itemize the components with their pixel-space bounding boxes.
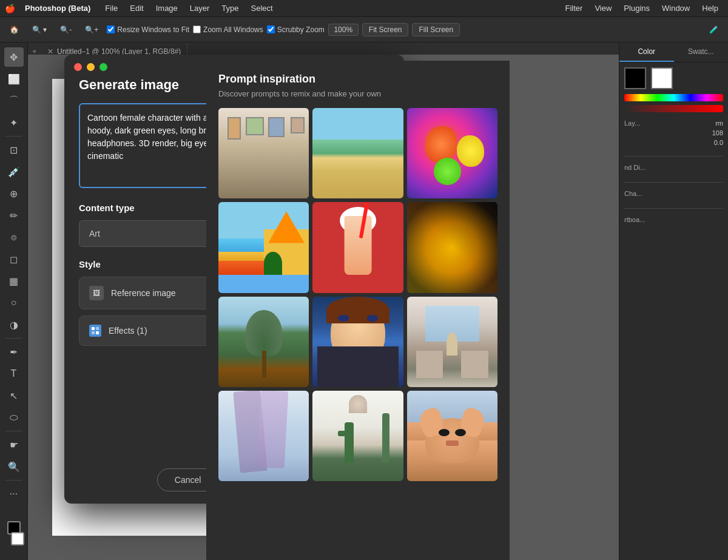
right-panel: Color Swatc... Lay... rm 108 bbox=[619, 42, 728, 560]
inspiration-subtitle: Discover prompts to remix and make your … bbox=[218, 89, 497, 98]
grid-image-fruits[interactable] bbox=[407, 108, 497, 198]
zoom-in-btn[interactable]: 🔍+ bbox=[80, 23, 103, 36]
fill-value: 0.0 bbox=[714, 139, 723, 146]
menu-items: File Edit Image Layer Type Select bbox=[100, 2, 277, 14]
path-select-tool[interactable]: ↖ bbox=[4, 386, 24, 405]
brush-tool[interactable]: ✏ bbox=[4, 206, 24, 225]
saturation-slider[interactable] bbox=[624, 105, 723, 112]
gradient-tool[interactable]: ▦ bbox=[4, 271, 24, 291]
minimize-traffic-light[interactable] bbox=[87, 63, 95, 71]
pen-tool[interactable]: ✒ bbox=[4, 342, 24, 362]
blend-label: nd Di... bbox=[624, 164, 645, 171]
reference-image-label: Reference image bbox=[111, 288, 176, 298]
char-label: Cha... bbox=[624, 190, 642, 197]
tab-swatches[interactable]: Swatc... bbox=[674, 42, 729, 62]
menu-window[interactable]: Window bbox=[657, 2, 695, 14]
grid-image-witches[interactable] bbox=[218, 391, 309, 481]
menu-view[interactable]: View bbox=[590, 2, 616, 14]
tool-separator-1 bbox=[5, 136, 22, 137]
grid-image-dog[interactable] bbox=[407, 391, 497, 481]
canvas-area: « ✕ Untitled–1 @ 100% (Layer 1, RGB/8#) bbox=[28, 42, 619, 560]
scrubby-zoom-checkbox[interactable]: Scrubby Zoom bbox=[267, 25, 325, 34]
move-tool[interactable]: ✥ bbox=[4, 47, 24, 67]
more-tools-btn[interactable]: ··· bbox=[4, 484, 24, 504]
reference-image-left: 🖼 Reference image bbox=[89, 286, 176, 300]
magic-wand-tool[interactable]: ✦ bbox=[4, 113, 24, 132]
tools-panel: ✥ ⬜ ⌒ ✦ ⊡ 💉 ⊕ ✏ ⌾ ◻ ▦ ○ ◑ ✒ T ↖ ⬭ ☛ 🔍 ··… bbox=[0, 42, 28, 560]
zoom-input[interactable] bbox=[328, 24, 359, 36]
menu-filter[interactable]: Filter bbox=[561, 2, 588, 14]
home-btn[interactable]: 🏠 bbox=[5, 23, 24, 36]
shape-tool[interactable]: ⬭ bbox=[4, 408, 24, 427]
fit-screen-btn[interactable]: Fit Screen bbox=[362, 23, 409, 36]
blur-tool[interactable]: ○ bbox=[4, 293, 24, 312]
lasso-tool[interactable]: ⌒ bbox=[4, 91, 24, 110]
beta-icon[interactable]: 🧪 bbox=[704, 23, 723, 36]
effects-label: Effects (1) bbox=[109, 326, 147, 336]
hand-tool[interactable]: ☛ bbox=[4, 435, 24, 454]
search-btn[interactable]: 🔍 ▾ bbox=[27, 23, 52, 36]
zoom-out-btn[interactable]: 🔍- bbox=[55, 23, 76, 36]
grid-image-cactus-room[interactable] bbox=[312, 391, 403, 481]
menu-edit[interactable]: Edit bbox=[125, 2, 148, 14]
tab-color[interactable]: Color bbox=[619, 42, 674, 62]
hue-slider[interactable] bbox=[624, 94, 723, 101]
eraser-tool[interactable]: ◻ bbox=[4, 249, 24, 269]
grid-image-cartoon-girl[interactable] bbox=[312, 297, 403, 387]
inspiration-title: Prompt inspiration bbox=[218, 73, 497, 86]
fullscreen-traffic-light[interactable] bbox=[99, 63, 107, 71]
menu-help[interactable]: Help bbox=[697, 2, 723, 14]
svg-rect-3 bbox=[96, 331, 99, 334]
reference-image-icon: 🖼 bbox=[89, 286, 104, 300]
svg-rect-2 bbox=[92, 331, 95, 334]
clone-tool[interactable]: ⌾ bbox=[4, 228, 24, 247]
apple-menu[interactable]: 🍎 bbox=[5, 4, 15, 13]
zoom-tool[interactable]: 🔍 bbox=[4, 457, 24, 476]
dodge-tool[interactable]: ◑ bbox=[4, 315, 24, 334]
tool-separator-4 bbox=[5, 480, 22, 481]
menu-select[interactable]: Select bbox=[246, 2, 278, 14]
dialog-title: Generate image bbox=[79, 77, 179, 93]
grid-image-colorhouse[interactable] bbox=[218, 202, 309, 292]
app-name: Photoshop (Beta) bbox=[25, 4, 90, 13]
type-tool[interactable]: T bbox=[4, 364, 24, 383]
grid-image-interior[interactable] bbox=[407, 297, 497, 387]
menu-bar: 🍎 Photoshop (Beta) File Edit Image Layer… bbox=[0, 0, 728, 17]
selection-tool[interactable]: ⬜ bbox=[4, 69, 24, 89]
menu-image[interactable]: Image bbox=[151, 2, 183, 14]
color-fg[interactable] bbox=[624, 67, 646, 89]
menu-plugins[interactable]: Plugins bbox=[619, 2, 655, 14]
healing-tool[interactable]: ⊕ bbox=[4, 184, 24, 203]
main-layout: ✥ ⬜ ⌒ ✦ ⊡ 💉 ⊕ ✏ ⌾ ◻ ▦ ○ ◑ ✒ T ↖ ⬭ ☛ 🔍 ··… bbox=[0, 42, 728, 560]
inspiration-panel: Prompt inspiration Discover prompts to r… bbox=[206, 61, 510, 560]
close-traffic-light[interactable] bbox=[74, 63, 82, 71]
right-panel-tabs: Color Swatc... bbox=[619, 42, 728, 62]
color-bg[interactable] bbox=[651, 67, 673, 89]
grid-image-room[interactable] bbox=[218, 108, 309, 198]
image-grid bbox=[218, 108, 497, 481]
fill-screen-btn[interactable]: Fill Screen bbox=[412, 23, 460, 36]
grid-image-beach[interactable] bbox=[312, 108, 403, 198]
svg-rect-1 bbox=[96, 327, 99, 330]
crop-tool[interactable]: ⊡ bbox=[4, 140, 24, 160]
menu-right-items: Filter View Plugins Window Help bbox=[561, 2, 723, 14]
tool-separator-2 bbox=[5, 338, 22, 339]
grid-image-milkshake[interactable] bbox=[312, 202, 403, 292]
background-color[interactable] bbox=[11, 532, 24, 545]
menu-type[interactable]: Type bbox=[217, 2, 243, 14]
tool-separator-3 bbox=[5, 431, 22, 431]
opacity-value: 108 bbox=[712, 129, 723, 137]
effects-icon bbox=[89, 325, 101, 337]
style-label: Style bbox=[79, 259, 101, 269]
effects-left: Effects (1) bbox=[89, 325, 147, 337]
resize-windows-checkbox[interactable]: Resize Windows to Fit bbox=[107, 25, 189, 34]
menu-layer[interactable]: Layer bbox=[185, 2, 215, 14]
menu-file[interactable]: File bbox=[100, 2, 123, 14]
layer-value: rm bbox=[715, 120, 723, 127]
grid-image-tree[interactable] bbox=[218, 297, 309, 387]
layer-label: Lay... bbox=[624, 120, 640, 127]
zoom-all-checkbox[interactable]: Zoom All Windows bbox=[193, 25, 263, 34]
dialog-overlay: Generate image ··· Cartoon female charac… bbox=[28, 42, 619, 560]
eyedropper-tool[interactable]: 💉 bbox=[4, 162, 24, 181]
grid-image-makeup[interactable] bbox=[407, 202, 497, 292]
